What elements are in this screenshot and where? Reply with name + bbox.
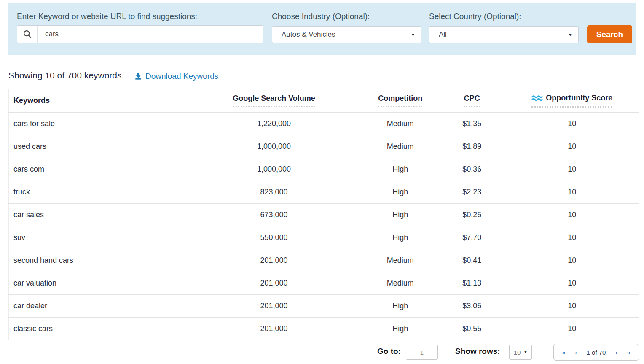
score-cell: 10 [506,113,639,135]
keyword-results-table: Keywords Google Search Volume Competitio… [8,89,639,340]
search-button[interactable]: Search [587,25,632,43]
column-header-search-volume: Google Search Volume [185,89,362,113]
volume-cell: 1,220,000 [185,113,362,135]
cpc-cell: $7.70 [438,226,506,249]
score-cell: 10 [506,158,639,181]
cpc-cell: $0.25 [438,204,506,226]
keyword-cell: second hand cars [9,249,186,272]
table-row: cars for sale 1,220,000 Medium $1.35 10 [9,113,639,135]
volume-cell: 823,000 [185,181,362,204]
competition-cell: High [362,181,438,204]
table-row: car dealer 201,000 High $3.05 10 [9,295,639,318]
competition-cell: Medium [362,135,438,158]
volume-cell: 201,000 [185,318,362,340]
competition-cell: High [362,204,438,226]
table-row: used cars 1,000,000 Medium $1.89 10 [9,135,639,158]
volume-cell: 1,000,000 [185,135,362,158]
industry-select-label: Choose Industry (Optional): [272,12,370,21]
keyword-cell: suv [9,226,186,249]
competition-cell: High [362,295,438,318]
table-row: classic cars 201,000 High $0.55 10 [9,318,639,340]
keyword-cell: car dealer [9,295,186,318]
wave-icon [531,95,543,101]
industry-select[interactable]: Autos & Vehicles ▼ [272,26,421,43]
cpc-cell: $0.55 [438,318,506,340]
country-select-value: All [439,30,447,39]
country-select-label: Select Country (Optional): [429,12,521,21]
table-header-row: Keywords Google Search Volume Competitio… [9,89,639,113]
results-count-text: Showing 10 of 700 keywords [8,70,122,81]
show-rows-label: Show rows: [455,347,500,356]
goto-page-label: Go to: [377,347,401,356]
column-header-competition: Competition [362,89,438,113]
score-cell: 10 [506,135,639,158]
score-cell: 10 [506,295,639,318]
score-cell: 10 [506,204,639,226]
competition-cell: High [362,318,438,340]
next-page-button[interactable]: › [615,349,617,356]
first-page-button[interactable]: « [562,349,565,356]
table-row: car valuation 201,000 Medium $1.13 10 [9,272,639,295]
chevron-down-icon: ▼ [411,32,415,37]
score-cell: 10 [506,272,639,295]
volume-cell: 673,000 [185,204,362,226]
cpc-cell: $2.23 [438,181,506,204]
score-cell: 10 [506,318,639,340]
keyword-cell: classic cars [9,318,186,340]
cpc-cell: $3.05 [438,295,506,318]
keyword-cell: truck [9,181,186,204]
table-row: truck 823,000 High $2.23 10 [9,181,639,204]
table-row: second hand cars 201,000 Medium $0.41 10 [9,249,639,272]
keyword-cell: car sales [9,204,186,226]
competition-cell: High [362,226,438,249]
download-keywords-link[interactable]: Download Keywords [134,72,218,81]
score-cell: 10 [506,249,639,272]
cpc-cell: $0.36 [438,158,506,181]
download-link-label: Download Keywords [145,72,218,81]
competition-cell: Medium [362,249,438,272]
score-cell: 10 [506,226,639,249]
table-row: car sales 673,000 High $0.25 10 [9,204,639,226]
keyword-cell: cars com [9,158,186,181]
keyword-search-box [17,25,263,43]
competition-cell: High [362,158,438,181]
current-page-indicator: 1 of 70 [587,349,606,356]
column-header-opportunity-score: Opportunity Score [506,89,639,113]
download-icon [134,72,142,81]
cpc-cell: $1.35 [438,113,506,135]
pagination-control: « ‹ 1 of 70 › » [553,344,639,361]
previous-page-button[interactable]: ‹ [575,349,577,356]
goto-page-input[interactable] [406,345,438,360]
cpc-cell: $0.41 [438,249,506,272]
score-cell: 10 [506,181,639,204]
volume-cell: 201,000 [185,249,362,272]
last-page-button[interactable]: » [627,349,630,356]
search-icon[interactable] [17,26,38,43]
volume-cell: 1,000,000 [185,158,362,181]
chevron-down-icon: ▼ [523,350,527,354]
cpc-cell: $1.13 [438,272,506,295]
column-header-cpc: CPC [438,89,506,113]
table-row: suv 550,000 High $7.70 10 [9,226,639,249]
competition-cell: Medium [362,272,438,295]
keyword-input[interactable] [38,26,263,43]
keyword-cell: used cars [9,135,186,158]
country-select[interactable]: All ▼ [429,26,579,43]
search-panel: Enter Keyword or website URL to find sug… [8,3,636,55]
cpc-cell: $1.89 [438,135,506,158]
competition-cell: Medium [362,113,438,135]
volume-cell: 201,000 [185,272,362,295]
show-rows-select[interactable]: 10 ▼ [509,345,532,360]
table-row: cars com 1,000,000 High $0.36 10 [9,158,639,181]
chevron-down-icon: ▼ [568,32,572,37]
column-header-keywords: Keywords [9,89,186,113]
show-rows-value: 10 [514,349,521,356]
volume-cell: 201,000 [185,295,362,318]
volume-cell: 550,000 [185,226,362,249]
industry-select-value: Autos & Vehicles [282,30,335,39]
keyword-cell: car valuation [9,272,186,295]
keyword-input-label: Enter Keyword or website URL to find sug… [17,12,197,21]
keyword-cell: cars for sale [9,113,186,135]
